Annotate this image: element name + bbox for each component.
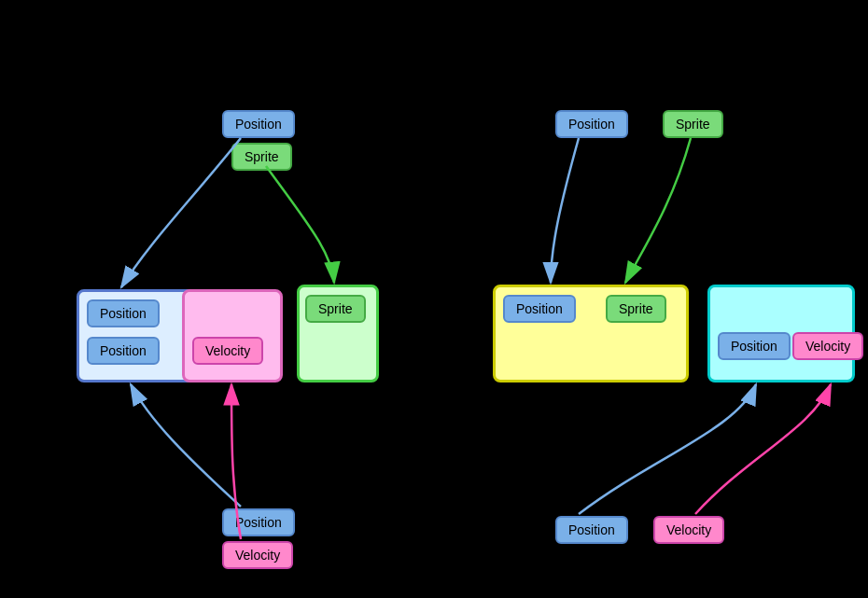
arrow-rp-spr-to-yellow: [625, 138, 691, 283]
rp-vel1-badge: Velocity: [792, 332, 863, 360]
arrow-rp-pos-to-yellow: [551, 138, 579, 283]
arrow-rp-pos-bot-to-cyan: [579, 384, 756, 514]
lp-main-box-blue: Position Position: [77, 289, 198, 382]
rp-pos-top-badge: Position: [555, 110, 628, 138]
arrow-lp-spr-to-box: [266, 166, 334, 283]
lp-spr1-badge: Sprite: [305, 295, 366, 323]
rp-main-box-cyan: Position Velocity: [707, 285, 855, 382]
rp-main-box-yellow: Position Sprite: [493, 285, 689, 382]
arrow-rp-vel-bot-to-cyan: [695, 384, 831, 514]
lp-vel-bot-badge: Velocity: [222, 541, 293, 569]
rp-spr-top-badge: Sprite: [663, 110, 723, 138]
arrow-lp-pos-to-box: [121, 138, 241, 287]
rp-pos2-badge: Position: [718, 332, 791, 360]
rp-pos-bot-badge: Position: [555, 516, 628, 544]
rp-spr1-badge: Sprite: [606, 295, 666, 323]
rp-pos1-badge: Position: [503, 295, 576, 323]
lp-spr-top-badge: Sprite: [231, 143, 292, 171]
arrow-lp-pos-bot-to-box: [131, 384, 241, 507]
lp-vel1-badge: Velocity: [192, 337, 263, 365]
lp-pos1-badge: Position: [87, 299, 160, 327]
diagram: Position Sprite Position Position Veloci…: [0, 0, 868, 598]
lp-main-box-pink: Velocity: [182, 289, 283, 382]
lp-pos-top-badge: Position: [222, 110, 295, 138]
lp-pos2-badge: Position: [87, 337, 160, 365]
rp-vel-bot-badge: Velocity: [653, 516, 724, 544]
lp-pos-bot-badge: Position: [222, 508, 295, 536]
lp-main-box-green: Sprite: [297, 285, 379, 382]
